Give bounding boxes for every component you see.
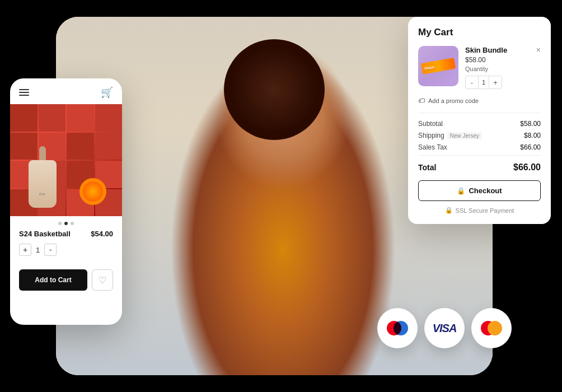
soap-bottle: ëar xyxy=(27,146,58,208)
mastercard-icon xyxy=(481,321,502,335)
sales-tax-label: Sales Tax xyxy=(418,143,447,151)
mobile-header: 🛒 xyxy=(10,78,122,104)
total-label: Total xyxy=(418,163,436,172)
cart-item-price: $58.00 xyxy=(465,56,541,64)
cart-item-qty-label: Quantity xyxy=(465,66,541,72)
cart-item-close-button[interactable]: × xyxy=(536,46,541,54)
mobile-product-info: S24 Basketball $54.00 + 1 - xyxy=(10,230,122,269)
promo-code-row[interactable]: 🏷 Add a promo code xyxy=(418,97,541,105)
cart-card: My Cart blaze Skin Bundle × $58.00 Quant… xyxy=(408,17,551,224)
quantity-increase[interactable]: - xyxy=(44,244,57,256)
payment-logo-mc-variant xyxy=(377,308,418,348)
cart-item: blaze Skin Bundle × $58.00 Quantity - 1 … xyxy=(418,46,541,89)
shipping-label: Shipping New Jersey xyxy=(418,132,482,139)
add-to-cart-button[interactable]: Add to Cart xyxy=(19,269,87,291)
image-dots xyxy=(10,216,122,230)
quantity-decrease[interactable]: + xyxy=(19,244,31,256)
checkout-label: Checkout xyxy=(469,186,502,195)
payment-logo-visa: VISA xyxy=(424,308,465,348)
cart-qty-value: 1 xyxy=(478,76,489,88)
ssl-lock-icon: 🔒 xyxy=(445,207,453,214)
hamburger-icon[interactable] xyxy=(19,89,29,96)
total-row: Total $66.00 xyxy=(418,162,541,172)
cart-qty-increase[interactable]: + xyxy=(489,76,502,88)
lock-icon: 🔒 xyxy=(457,187,465,195)
ssl-secure-text: 🔒 SSL Secure Payment xyxy=(418,207,541,214)
cart-title: My Cart xyxy=(418,27,541,38)
dot-2[interactable] xyxy=(64,222,68,225)
shipping-value: $8.00 xyxy=(524,132,541,139)
cart-item-image: blaze xyxy=(418,46,458,86)
cart-qty-decrease[interactable]: - xyxy=(466,76,478,88)
mobile-product-image: ëar xyxy=(10,104,122,216)
shipping-row: Shipping New Jersey $8.00 xyxy=(418,132,541,139)
subtotal-label: Subtotal xyxy=(418,120,443,128)
total-value: $66.00 xyxy=(513,162,541,172)
sales-tax-row: Sales Tax $66.00 xyxy=(418,143,541,151)
product-tube-label: blaze xyxy=(424,65,434,71)
scene: 🛒 ëar xyxy=(0,0,562,392)
cart-qty-controls: - 1 + xyxy=(465,76,502,89)
payment-logos: VISA xyxy=(377,308,512,348)
subtotal-value: $58.00 xyxy=(520,120,541,128)
mobile-phone-card: 🛒 ëar xyxy=(10,78,122,325)
mobile-actions: Add to Cart ♡ xyxy=(10,269,122,291)
mc-variant-icon xyxy=(387,321,408,335)
cart-icon[interactable]: 🛒 xyxy=(101,86,113,99)
cart-item-details: Skin Bundle × $58.00 Quantity - 1 + xyxy=(465,46,541,89)
wishlist-button[interactable]: ♡ xyxy=(92,269,113,291)
ssl-label: SSL Secure Payment xyxy=(456,207,514,214)
mobile-product-name: S24 Basketball xyxy=(19,230,71,238)
sales-tax-value: $66.00 xyxy=(520,143,541,151)
quantity-controls: + 1 - xyxy=(19,244,113,256)
mobile-product-price: $54.00 xyxy=(91,230,113,238)
tag-icon: 🏷 xyxy=(418,97,425,105)
payment-logo-mastercard xyxy=(471,308,512,348)
cart-item-name: Skin Bundle xyxy=(465,46,507,54)
checkout-button[interactable]: 🔒 Checkout xyxy=(418,180,541,201)
divider-2 xyxy=(418,155,541,156)
divider-1 xyxy=(418,113,541,113)
quantity-value: 1 xyxy=(36,246,40,254)
shipping-region: New Jersey xyxy=(447,132,482,139)
subtotal-row: Subtotal $58.00 xyxy=(418,120,541,128)
dot-1[interactable] xyxy=(58,222,62,225)
visa-text: VISA xyxy=(433,322,457,335)
bottle-brand: ëar xyxy=(39,192,46,197)
dot-3[interactable] xyxy=(71,222,74,225)
promo-code-label: Add a promo code xyxy=(428,97,479,104)
orange-slice xyxy=(79,178,106,205)
